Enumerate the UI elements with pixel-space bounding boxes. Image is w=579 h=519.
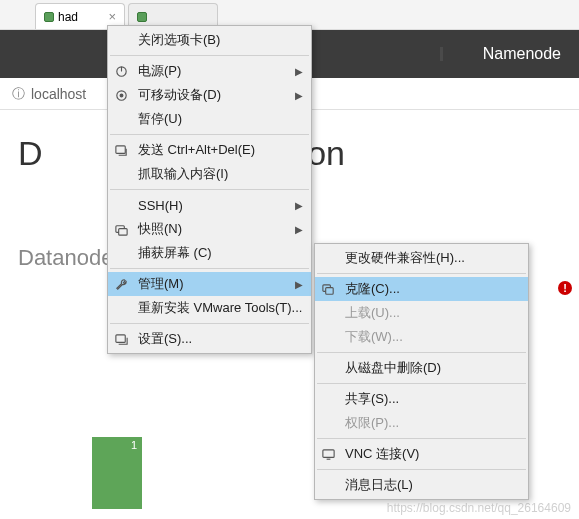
svg-rect-6 (118, 228, 126, 235)
monitor-icon (319, 445, 337, 463)
watermark: https://blog.csdn.net/qq_26164609 (387, 501, 571, 515)
menu-separator (110, 268, 309, 269)
svg-rect-10 (322, 449, 333, 457)
menu-vnc[interactable]: VNC 连接(V) (315, 442, 528, 466)
menu-pause[interactable]: 暂停(U) (108, 107, 311, 131)
menu-settings[interactable]: 设置(S)... (108, 327, 311, 351)
clone-icon (319, 280, 337, 298)
chevron-right-icon: ▶ (295, 66, 303, 77)
bar-value: 1 (131, 439, 137, 451)
menu-separator (317, 352, 526, 353)
menu-separator (317, 438, 526, 439)
address-text: localhost (31, 86, 86, 102)
menu-separator (317, 273, 526, 274)
chevron-right-icon: ▶ (295, 224, 303, 235)
svg-rect-7 (115, 334, 124, 342)
menu-compat[interactable]: 更改硬件兼容性(H)... (315, 246, 528, 270)
chevron-right-icon: ▶ (295, 200, 303, 211)
menu-clone[interactable]: 克隆(C)... (315, 277, 528, 301)
menu-grab-input[interactable]: 抓取输入内容(I) (108, 162, 311, 186)
power-icon (112, 62, 130, 80)
menu-separator (110, 55, 309, 56)
chevron-right-icon: ▶ (295, 90, 303, 101)
menu-reinstall-tools[interactable]: 重新安装 VMware Tools(T)... (108, 296, 311, 320)
menu-ssh[interactable]: SSH(H)▶ (108, 193, 311, 217)
tab-favicon (137, 12, 147, 22)
tab-title: had (58, 10, 78, 24)
svg-rect-9 (325, 287, 333, 294)
histogram-chart: 1 (92, 437, 142, 509)
menu-download[interactable]: 下载(W)... (315, 325, 528, 349)
snapshot-icon (112, 220, 130, 238)
menu-capture[interactable]: 捕获屏幕 (C) (108, 241, 311, 265)
wrench-icon (112, 275, 130, 293)
chevron-right-icon: ▶ (295, 279, 303, 290)
menu-separator (110, 323, 309, 324)
menu-separator (317, 469, 526, 470)
svg-point-3 (120, 94, 123, 97)
menu-delete[interactable]: 从磁盘中删除(D) (315, 356, 528, 380)
menu-msglog[interactable]: 消息日志(L) (315, 473, 528, 497)
menu-separator (110, 134, 309, 135)
svg-rect-4 (115, 145, 124, 153)
send-icon (112, 141, 130, 159)
toolbar-label: Namenode (483, 45, 561, 63)
menu-close-tab[interactable]: 关闭选项卡(B) (108, 28, 311, 52)
menu-separator (317, 383, 526, 384)
context-menu-main: 关闭选项卡(B) 电源(P)▶ 可移动设备(D)▶ 暂停(U) 发送 Ctrl+… (107, 25, 312, 354)
info-icon: ⓘ (12, 85, 25, 103)
settings-icon (112, 330, 130, 348)
toolbar-divider (440, 47, 443, 61)
chart-bar: 1 (92, 437, 142, 509)
context-menu-manage: 更改硬件兼容性(H)... 克隆(C)... 上载(U)... 下载(W)...… (314, 243, 529, 500)
tab-favicon (44, 12, 54, 22)
usb-icon (112, 86, 130, 104)
menu-upload[interactable]: 上载(U)... (315, 301, 528, 325)
close-icon[interactable]: × (108, 9, 116, 24)
menu-removable[interactable]: 可移动设备(D)▶ (108, 83, 311, 107)
menu-send-cad[interactable]: 发送 Ctrl+Alt+Del(E) (108, 138, 311, 162)
menu-share[interactable]: 共享(S)... (315, 387, 528, 411)
menu-manage[interactable]: 管理(M)▶ (108, 272, 311, 296)
menu-separator (110, 189, 309, 190)
menu-snapshot[interactable]: 快照(N)▶ (108, 217, 311, 241)
warning-icon: ! (558, 281, 572, 295)
menu-permissions[interactable]: 权限(P)... (315, 411, 528, 435)
menu-power[interactable]: 电源(P)▶ (108, 59, 311, 83)
